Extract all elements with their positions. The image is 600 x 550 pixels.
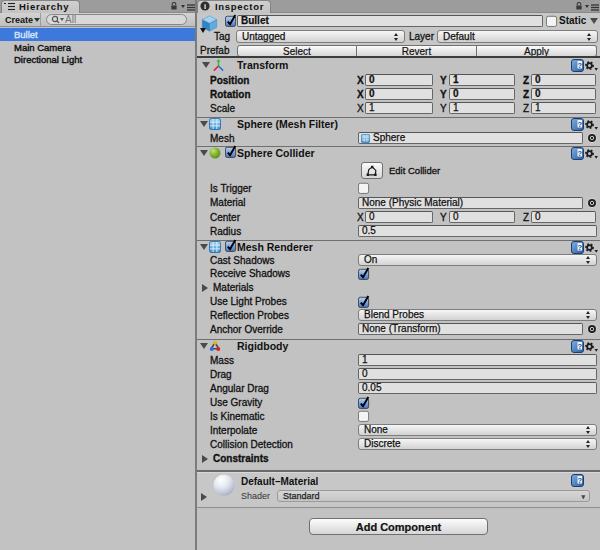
svg-text:i: i bbox=[204, 2, 206, 11]
